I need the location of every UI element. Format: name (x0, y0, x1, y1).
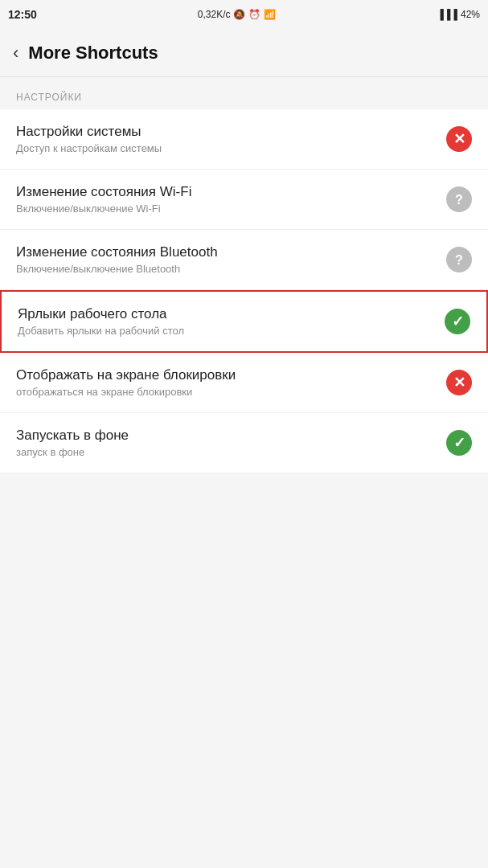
status-icon-lock-screen (446, 370, 472, 395)
mute-icon: 🔕 (233, 9, 245, 20)
settings-item-title: Изменение состояния Wi-Fi (16, 184, 437, 200)
page-title: More Shortcuts (28, 43, 158, 63)
settings-item-text: Настройки системы Доступ к настройкам си… (16, 124, 437, 154)
settings-item-background[interactable]: Запускать в фоне запуск в фоне (0, 413, 488, 473)
settings-item-bluetooth[interactable]: Изменение состояния Bluetooth Включение/… (0, 230, 488, 290)
settings-item-subtitle: Доступ к настройкам системы (16, 142, 437, 154)
status-icon-system-settings (446, 126, 472, 152)
wifi-icon: 📶 (264, 9, 276, 20)
battery-percent: 42% (461, 9, 480, 20)
settings-item-title: Запускать в фоне (16, 428, 437, 444)
section-header: НАСТРОЙКИ (0, 77, 488, 109)
top-bar: ‹ More Shortcuts (0, 29, 488, 77)
settings-item-wifi[interactable]: Изменение состояния Wi-Fi Включение/выкл… (0, 170, 488, 230)
x-icon (453, 374, 465, 391)
status-time: 12:50 (8, 8, 37, 21)
settings-item-lock-screen[interactable]: Отображать на экране блокировки отобража… (0, 353, 488, 413)
settings-item-subtitle: отображаться на экране блокировки (16, 386, 437, 398)
settings-list: Настройки системы Доступ к настройкам си… (0, 109, 488, 473)
settings-item-subtitle: запуск в фоне (16, 446, 437, 458)
settings-item-desktop-shortcuts[interactable]: Ярлыки рабочего стола Добавить ярлыки на… (0, 290, 488, 353)
check-icon (452, 313, 464, 330)
status-right: ▐▐▐ 42% (437, 9, 480, 20)
network-speed: 0,32K/с (198, 9, 231, 20)
settings-item-text: Изменение состояния Bluetooth Включение/… (16, 244, 437, 275)
question-icon (455, 191, 463, 208)
settings-item-subtitle: Включение/выключение Wi-Fi (16, 203, 437, 215)
settings-item-subtitle: Добавить ярлыки на рабочий стол (18, 325, 435, 337)
settings-item-title: Отображать на экране блокировки (16, 367, 437, 383)
settings-item-text: Изменение состояния Wi-Fi Включение/выкл… (16, 184, 437, 215)
status-icon-background (446, 430, 472, 456)
settings-item-text: Ярлыки рабочего стола Добавить ярлыки на… (18, 306, 435, 337)
settings-item-system-settings[interactable]: Настройки системы Доступ к настройкам си… (0, 109, 488, 170)
check-icon (453, 434, 465, 452)
x-icon (453, 130, 465, 148)
status-center: 0,32K/с 🔕 ⏰ 📶 (198, 9, 277, 20)
settings-item-text: Отображать на экране блокировки отобража… (16, 367, 437, 398)
settings-item-title: Настройки системы (16, 124, 437, 140)
back-button[interactable]: ‹ (13, 44, 18, 62)
settings-item-title: Ярлыки рабочего стола (18, 306, 435, 322)
status-icon-desktop-shortcuts (445, 309, 470, 334)
signal-icon: ▐▐▐ (437, 9, 457, 20)
settings-item-subtitle: Включение/выключение Bluetooth (16, 263, 437, 275)
status-icon-bluetooth (446, 247, 472, 272)
settings-item-title: Изменение состояния Bluetooth (16, 244, 437, 260)
status-bar: 12:50 0,32K/с 🔕 ⏰ 📶 ▐▐▐ 42% (0, 0, 488, 29)
settings-item-text: Запускать в фоне запуск в фоне (16, 428, 437, 458)
question-icon (455, 252, 463, 268)
status-icon-wifi (446, 186, 472, 212)
alarm-icon: ⏰ (248, 9, 260, 20)
